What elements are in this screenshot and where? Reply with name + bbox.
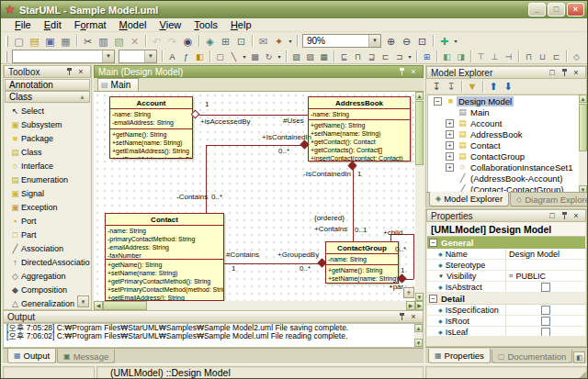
zoom-combo[interactable]: 90%▼	[302, 34, 381, 48]
close-button[interactable]: ×	[567, 3, 584, 17]
toolbox-item-class[interactable]: ▤Class	[5, 145, 90, 159]
align-center-button[interactable]: ⊓	[351, 50, 365, 63]
tab-diagram-explorer[interactable]: ◇Diagram Explorer	[510, 193, 588, 206]
class-name[interactable]: AddressBook	[309, 97, 410, 109]
paste-button[interactable]: ▧	[111, 34, 127, 49]
expand-icon[interactable]: +	[446, 141, 454, 150]
toolbox-item-directedassociation[interactable]: ↑DirectedAssociation	[5, 255, 90, 269]
class-member[interactable]: -name: String	[112, 110, 190, 118]
close-panel-icon[interactable]: ×	[571, 211, 582, 221]
style-button[interactable]: ✦	[271, 34, 287, 49]
font-name-combo[interactable]: ▼	[12, 50, 115, 63]
class-contact[interactable]: Contact -name: String-primaryContactMeth…	[105, 213, 224, 301]
toolbox-item-aggregation[interactable]: ◇Aggregation	[5, 269, 90, 283]
scroll-up-icon[interactable]: ▲	[414, 324, 423, 332]
class-member[interactable]: +setName(name: String)	[328, 274, 396, 283]
redo-button[interactable]: ↷	[164, 34, 180, 49]
association-addressbook-contactgroup[interactable]	[353, 169, 354, 241]
collapse-icon[interactable]: −	[434, 97, 442, 106]
pan-button[interactable]: ✚	[436, 34, 452, 49]
same-size-button[interactable]: ⊏	[549, 50, 563, 63]
toolbox-item-exception[interactable]: ▣Exception	[5, 200, 90, 214]
class-contactgroup[interactable]: ContactGroup -name: String +getName(): S…	[325, 241, 399, 284]
font-color-button[interactable]: A	[165, 50, 179, 63]
class-member[interactable]: +getName(): String	[112, 130, 190, 139]
class-member[interactable]: +getName(): String	[107, 261, 221, 269]
auto-layout-button[interactable]: ⊞	[420, 50, 434, 63]
scroll-up-icon[interactable]: ▲	[579, 95, 587, 103]
multiplicity-label[interactable]: 1	[401, 266, 404, 274]
move-down-button[interactable]: ⬇	[501, 80, 515, 94]
apply-style-button[interactable]: ◨	[454, 50, 468, 63]
pin-icon[interactable]	[560, 211, 569, 220]
composition-diamond[interactable]	[348, 162, 357, 171]
class-name[interactable]: ContactGroup	[326, 242, 398, 254]
copy-button[interactable]: ▥	[96, 34, 111, 49]
close-panel-icon[interactable]: ×	[571, 68, 582, 78]
tree-item-main[interactable]: ▤Main	[428, 106, 579, 117]
toolbox-item-enumeration[interactable]: ▤Enumeration	[5, 173, 90, 186]
cut-button[interactable]: ✂	[80, 34, 96, 49]
multiplicity-label[interactable]: 0..1	[355, 226, 367, 234]
align-horizontal-button[interactable]: ⊤	[474, 50, 488, 63]
ungroup-button[interactable]: ◆	[583, 50, 587, 63]
class-member[interactable]: +setEmailAddress(email: String)	[112, 155, 190, 159]
scrollbar-thumb[interactable]	[579, 104, 587, 151]
property-value-cell[interactable]: ¤PUBLIC	[506, 271, 585, 281]
property-value-cell[interactable]	[506, 305, 585, 315]
collapse-icon[interactable]: −	[429, 295, 437, 303]
diagram-overview-button[interactable]: +	[403, 287, 414, 298]
property-row-isspecification[interactable]: ◆IsSpecification	[427, 305, 585, 316]
float-panel-icon[interactable]: □	[547, 211, 558, 221]
attach-icon[interactable]: ◧	[573, 351, 585, 363]
menu-file[interactable]: File	[8, 19, 38, 30]
toolbox-item-subsystem[interactable]: ▣Subsystem	[5, 117, 90, 131]
same-width-button[interactable]: ⊓	[522, 50, 536, 63]
role-label[interactable]: +Contains	[314, 225, 347, 233]
dropdown-caret-icon[interactable]: ▾	[452, 38, 459, 44]
class-account[interactable]: Account -name: String-emailAddress: Stri…	[109, 96, 193, 159]
tree-item-collaborationinstanceset1[interactable]: +○CollaborationInstanceSet1	[428, 162, 579, 173]
align-vertical-button[interactable]: ⊥	[488, 50, 502, 63]
toolbox-item-association[interactable]: ╱Association	[5, 241, 90, 255]
menu-edit[interactable]: Edit	[38, 19, 68, 30]
send-to-back-button[interactable]: ▨	[303, 50, 317, 63]
move-up-button[interactable]: ⬆	[486, 80, 501, 94]
multiplicity-label[interactable]: 0..*	[211, 193, 222, 201]
scroll-left-icon[interactable]: ◀	[94, 301, 103, 310]
toolbox-section-class[interactable]: Class ▲	[5, 91, 90, 103]
class-member[interactable]: +setName(name: String)	[311, 129, 408, 138]
scrollbar-thumb[interactable]	[103, 301, 147, 310]
class-member[interactable]: +getName(): String	[311, 121, 408, 129]
rotate-button[interactable]: ↻	[262, 50, 276, 63]
toolbox-scroll-down-button[interactable]: ▼	[77, 295, 89, 307]
toolbar-grip[interactable]	[6, 51, 7, 62]
class-member[interactable]: +getPrimaryContactMethod(): String	[107, 277, 221, 285]
menu-model[interactable]: Model	[113, 19, 153, 30]
toolbox-item-part[interactable]: □Part	[5, 228, 90, 241]
class-addressbook[interactable]: AddressBook -name: String +getName(): St…	[308, 96, 411, 162]
zoom-out-button[interactable]: ⊖	[399, 34, 414, 49]
tab-model-explorer[interactable]: ◈Model Explorer	[429, 192, 509, 206]
tab-output[interactable]: ▦Output	[7, 349, 56, 363]
align-right-button[interactable]: ⊒	[365, 50, 379, 63]
tree-item--addressbook-account-[interactable]: ╱(AddressBook-Account)	[428, 173, 579, 184]
property-value-cell[interactable]	[506, 327, 585, 336]
combo-arrow-icon[interactable]: ▼	[368, 35, 380, 47]
zoom-area-button[interactable]: ⊡	[414, 34, 430, 49]
association-account-addressbook[interactable]	[198, 115, 308, 116]
undo-button[interactable]: ↶	[149, 34, 164, 49]
scrollbar-thumb[interactable]	[415, 101, 424, 165]
open-button[interactable]: ▤	[27, 34, 42, 49]
menu-help[interactable]: Help	[224, 19, 258, 30]
property-group-detail[interactable]: −Detail	[427, 293, 585, 305]
composition-diamond[interactable]	[398, 274, 407, 284]
align-bottom-button[interactable]: ⊐	[392, 50, 406, 63]
align-top-button[interactable]: ⊏	[379, 50, 392, 63]
class-member[interactable]: -faxNumber	[107, 251, 221, 260]
association-contact-addressbook[interactable]	[206, 145, 207, 213]
vertical-scrollbar[interactable]: ▲ ▼	[414, 324, 423, 347]
class-member[interactable]: +getContacts(): Contact[]	[311, 146, 408, 154]
horizontal-scrollbar[interactable]: ◀ ▶	[94, 301, 415, 310]
tab-main-diagram[interactable]: ▤ Main	[97, 78, 139, 91]
